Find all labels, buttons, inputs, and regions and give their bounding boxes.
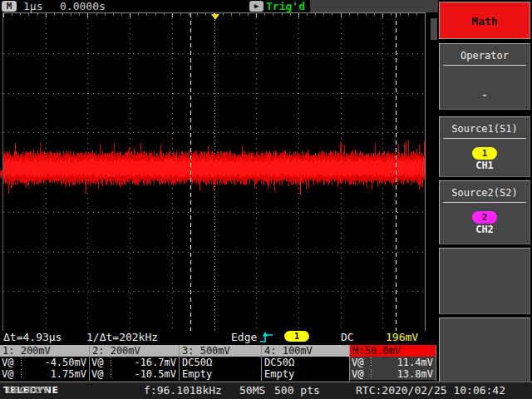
sidebar-notch bbox=[431, 18, 437, 40]
channel-2-header[interactable]: 2: 200mV bbox=[90, 345, 179, 357]
math-trace-level-marker[interactable]: M bbox=[0, 170, 6, 180]
trigger-source-badge: 1 bbox=[284, 331, 309, 342]
math-cursor-label-2: V@ bbox=[352, 368, 363, 380]
channel-3-header[interactable]: 3: 500mV bbox=[180, 345, 261, 357]
ch1-cursor-label-1: V@ bbox=[2, 357, 13, 368]
dotted-divider bbox=[111, 357, 111, 367]
panel-divider bbox=[443, 202, 526, 203]
record-length-readout: 500 pts bbox=[274, 382, 320, 399]
trigger-mode-label: Edge bbox=[231, 331, 257, 344]
ch2-cursor-value-2: -10.5mV bbox=[134, 368, 176, 380]
rtc-clock: RTC:2020/02/25 10:06:42 bbox=[356, 382, 505, 399]
ch1-cursor-value-2: 1.75mV bbox=[51, 368, 86, 380]
ch2-cursor-value-1: -16.7mV bbox=[134, 357, 176, 368]
channel-3-descriptor[interactable]: 3: 500mV DC50Ω Empty bbox=[180, 345, 262, 381]
ch1-cursor-value-1: -4.50mV bbox=[44, 357, 86, 368]
math-menu-button[interactable]: Math bbox=[439, 2, 530, 39]
dotted-divider bbox=[21, 369, 22, 379]
channel-4-header[interactable]: 4: 100mV bbox=[262, 345, 349, 357]
timebase-value[interactable]: 1µs bbox=[23, 1, 42, 12]
math-trace-waveform bbox=[3, 13, 425, 331]
operator-value: - bbox=[440, 87, 530, 102]
time-cursor-2[interactable] bbox=[396, 13, 397, 331]
operator-panel[interactable]: Operator - bbox=[439, 43, 530, 110]
delta-t-readout: Δt=4.93µs bbox=[3, 331, 62, 344]
channel-2-badge: 2 bbox=[472, 211, 497, 224]
source2-channel-label: CH2 bbox=[440, 224, 530, 235]
sample-rate-readout: 50MS bbox=[239, 382, 265, 399]
math-trace-descriptor[interactable]: M:50.0mV V@11.4mV V@13.8mV bbox=[350, 345, 436, 381]
trigger-level-readout: 196mV bbox=[386, 331, 418, 344]
source2-panel-title: Source2(S2) bbox=[440, 187, 530, 199]
status-bar: TELEDYNELECROY f:96.1018kHz 50MS 500 pts… bbox=[0, 382, 532, 399]
trigger-status-label: Trig'd bbox=[266, 1, 305, 12]
panel-divider bbox=[443, 65, 526, 66]
math-trace-header[interactable]: M:50.0mV bbox=[350, 345, 436, 357]
source2-panel[interactable]: Source2(S2) 2 CH2 bbox=[439, 180, 530, 244]
brand-lecroy: LECROY bbox=[7, 382, 49, 399]
waveform-display bbox=[2, 12, 426, 332]
channel-1-header[interactable]: 1: 200mV bbox=[0, 345, 89, 357]
operator-panel-title: Operator bbox=[440, 50, 530, 62]
math-cursor-label-1: V@ bbox=[352, 357, 363, 368]
dotted-divider bbox=[371, 369, 372, 379]
empty-softkey-panel-1 bbox=[439, 248, 530, 314]
source1-channel-label: CH1 bbox=[440, 160, 530, 171]
time-cursor-1[interactable] bbox=[190, 13, 191, 331]
dotted-divider bbox=[111, 369, 111, 379]
inverse-delta-t-readout: 1/Δt=202kHz bbox=[86, 331, 158, 344]
source1-panel-title: Source1(S1) bbox=[440, 123, 530, 135]
rising-edge-trigger-icon bbox=[259, 332, 273, 343]
ch4-coupling: DC50Ω bbox=[264, 357, 294, 368]
trigger-delay-value[interactable]: 0.0000s bbox=[60, 1, 106, 12]
empty-softkey-panel-2 bbox=[439, 318, 530, 382]
topbar-gray-segment bbox=[310, 0, 438, 12]
channel-1-badge: 1 bbox=[472, 147, 497, 160]
ch2-cursor-label-1: V@ bbox=[91, 357, 103, 368]
oscilloscope-screen: M 1µs 0.0000s ▶ Trig'd M Δt=4.93µs 1/Δt=… bbox=[0, 0, 532, 399]
channel-1-descriptor[interactable]: 1: 200mV V@-4.50mV V@1.75mV bbox=[0, 345, 90, 381]
ch3-coupling: DC50Ω bbox=[182, 357, 212, 368]
source1-panel[interactable]: Source1(S1) 1 CH1 bbox=[439, 116, 530, 177]
trigger-position-marker[interactable] bbox=[211, 14, 219, 20]
play-icon: ▶ bbox=[249, 1, 264, 12]
ch4-status: Empty bbox=[264, 368, 294, 380]
frequency-readout: f:96.1018kHz bbox=[144, 382, 222, 399]
trigger-coupling-label: DC bbox=[341, 331, 354, 344]
panel-divider bbox=[443, 138, 526, 139]
math-cursor-value-2: 13.8mV bbox=[397, 368, 433, 380]
channel-4-descriptor[interactable]: 4: 100mV DC50Ω Empty bbox=[262, 345, 350, 381]
math-cursor-value-1: 11.4mV bbox=[397, 357, 433, 368]
ch3-status: Empty bbox=[182, 368, 212, 380]
dotted-divider bbox=[21, 357, 22, 367]
ch2-cursor-label-2: V@ bbox=[91, 368, 103, 380]
channel-2-descriptor[interactable]: 2: 200mV V@-16.7mV V@-10.5mV bbox=[90, 345, 180, 381]
dotted-divider bbox=[371, 357, 372, 367]
ch1-cursor-label-2: V@ bbox=[2, 368, 13, 380]
timebase-mode-badge: M bbox=[2, 1, 17, 12]
measure-bar: Δt=4.93µs 1/Δt=202kHz Edge 1 DC 196mV bbox=[0, 331, 436, 344]
